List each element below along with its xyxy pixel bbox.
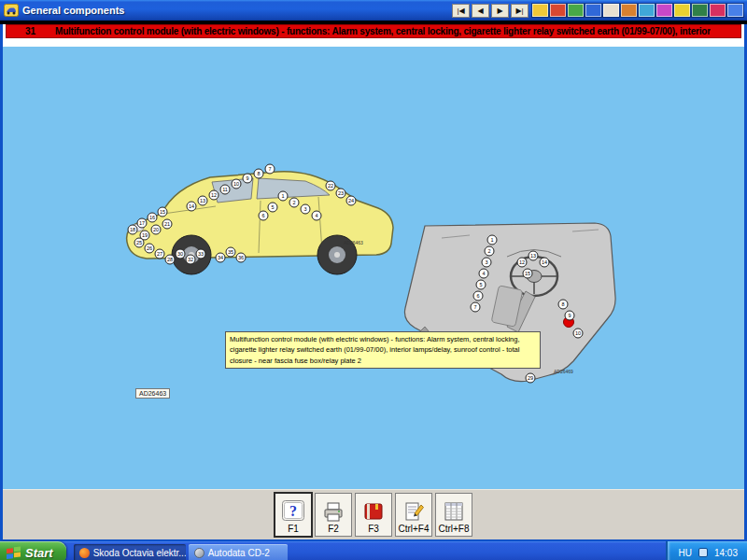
callout-4[interactable]: 4: [479, 269, 488, 278]
callout-11[interactable]: 11: [220, 185, 230, 194]
callout-10[interactable]: 10: [573, 329, 583, 338]
index-button[interactable]: Ctrl+F8: [435, 493, 472, 537]
toolbar-icon-1[interactable]: [532, 4, 548, 17]
callout-10[interactable]: 10: [232, 179, 241, 189]
callout-12[interactable]: 12: [517, 258, 527, 267]
callout-32[interactable]: 32: [186, 255, 195, 264]
start-button[interactable]: Start: [0, 541, 66, 560]
callout-28[interactable]: 28: [165, 255, 175, 264]
svg-text:4: 4: [482, 271, 485, 276]
callout-7[interactable]: 7: [265, 164, 275, 174]
toolbar-icon-3[interactable]: [568, 4, 584, 17]
svg-text:11: 11: [222, 187, 228, 192]
callout-33[interactable]: 33: [196, 249, 205, 259]
function-key-label: F2: [328, 524, 339, 534]
callout-23[interactable]: 23: [336, 189, 345, 198]
help-button[interactable]: ? F1: [275, 493, 312, 537]
toolbar-icon-10[interactable]: [692, 4, 708, 17]
svg-text:17: 17: [139, 220, 145, 226]
callout-5[interactable]: 5: [476, 280, 486, 289]
callout-9[interactable]: 9: [243, 174, 252, 183]
floating-ref-label: AD26463: [135, 388, 170, 399]
svg-text:1: 1: [281, 193, 284, 199]
callout-17[interactable]: 17: [137, 218, 147, 228]
toolbar-icon-9[interactable]: [674, 4, 690, 17]
callout-20[interactable]: 20: [151, 225, 161, 234]
task-skoda-octavia[interactable]: Skoda Octavia elektr...: [74, 544, 186, 560]
callout-14[interactable]: 14: [187, 202, 196, 211]
callout-36[interactable]: 36: [236, 253, 246, 262]
callout-2[interactable]: 2: [289, 198, 299, 207]
callout-1[interactable]: 1: [487, 235, 497, 245]
browser-icon: [79, 548, 90, 558]
car-ref-code: AD26463: [344, 240, 363, 245]
callout-25[interactable]: 25: [134, 238, 144, 247]
callout-6[interactable]: 6: [473, 291, 483, 301]
callout-13[interactable]: 13: [529, 251, 538, 260]
toolbar-icon-8[interactable]: [656, 4, 672, 17]
callout-3[interactable]: 3: [301, 204, 310, 214]
print-button[interactable]: F2: [315, 493, 352, 537]
nav-first-icon[interactable]: |◀: [452, 4, 470, 18]
callout-12[interactable]: 12: [209, 190, 218, 200]
svg-text:7: 7: [268, 166, 271, 172]
toolbar-icon-12[interactable]: [727, 4, 743, 17]
callout-9[interactable]: 9: [565, 311, 574, 320]
callout-8[interactable]: 8: [254, 169, 263, 178]
toolbar-icon-2[interactable]: [550, 4, 566, 17]
callout-24[interactable]: 24: [346, 196, 356, 205]
task-autodata[interactable]: Autodata CD-2: [189, 544, 288, 560]
toolbar-icon-4[interactable]: [585, 4, 601, 17]
notes-button[interactable]: Ctrl+F4: [395, 493, 432, 537]
toolbar-icon-6[interactable]: [621, 4, 637, 17]
callout-16[interactable]: 16: [148, 213, 157, 222]
svg-text:35: 35: [228, 249, 233, 255]
callout-4[interactable]: 4: [312, 211, 321, 220]
function-key-label: F3: [368, 524, 379, 534]
nav-last-icon[interactable]: ▶|: [511, 4, 529, 18]
task-label: Skoda Octavia elektr...: [93, 548, 186, 558]
callout-26[interactable]: 26: [145, 244, 154, 253]
callout-21[interactable]: 21: [162, 219, 172, 229]
svg-text:10: 10: [575, 330, 581, 336]
language-indicator[interactable]: HU: [679, 548, 692, 558]
svg-text:27: 27: [157, 251, 162, 257]
callout-27[interactable]: 27: [155, 249, 164, 259]
callout-5[interactable]: 5: [268, 203, 277, 212]
nav-prev-icon[interactable]: ◀: [472, 4, 489, 18]
callout-13[interactable]: 13: [198, 196, 207, 205]
task-label: Autodata CD-2: [208, 548, 270, 558]
nav-next-icon[interactable]: ▶: [491, 4, 509, 18]
svg-text:9: 9: [568, 313, 571, 318]
callout-15[interactable]: 15: [523, 269, 532, 278]
callout-1[interactable]: 1: [278, 191, 288, 201]
callout-14[interactable]: 14: [540, 258, 549, 267]
svg-text:21: 21: [164, 221, 170, 227]
callout-3[interactable]: 3: [482, 258, 491, 267]
window-title: General components: [22, 5, 124, 16]
svg-text:19: 19: [142, 232, 148, 238]
callout-15[interactable]: 15: [158, 207, 167, 217]
svg-text:14: 14: [189, 203, 194, 209]
callout-8[interactable]: 8: [558, 300, 568, 309]
toolbar-icon-5[interactable]: [603, 4, 619, 17]
callout-29[interactable]: 29: [526, 373, 535, 383]
callout-30[interactable]: 30: [176, 249, 185, 259]
book-icon: [362, 501, 385, 522]
tray-icon[interactable]: [698, 548, 708, 557]
manual-button[interactable]: F3: [355, 493, 392, 537]
svg-text:7: 7: [473, 304, 476, 310]
callout-2[interactable]: 2: [485, 246, 494, 256]
callout-7[interactable]: 7: [471, 302, 480, 312]
svg-text:15: 15: [160, 209, 165, 215]
callout-18[interactable]: 18: [128, 225, 137, 234]
callout-34[interactable]: 34: [216, 253, 225, 262]
callout-22[interactable]: 22: [326, 181, 335, 190]
toolbar-icon-7[interactable]: [639, 4, 655, 17]
callout-6[interactable]: 6: [259, 211, 268, 220]
toolbar-icon-11[interactable]: [710, 4, 726, 17]
svg-text:12: 12: [211, 192, 217, 198]
autodata-cd-icon: [194, 548, 204, 558]
callout-35[interactable]: 35: [226, 247, 235, 257]
selected-component-banner[interactable]: 31 Multifunction control module (with el…: [6, 24, 741, 38]
